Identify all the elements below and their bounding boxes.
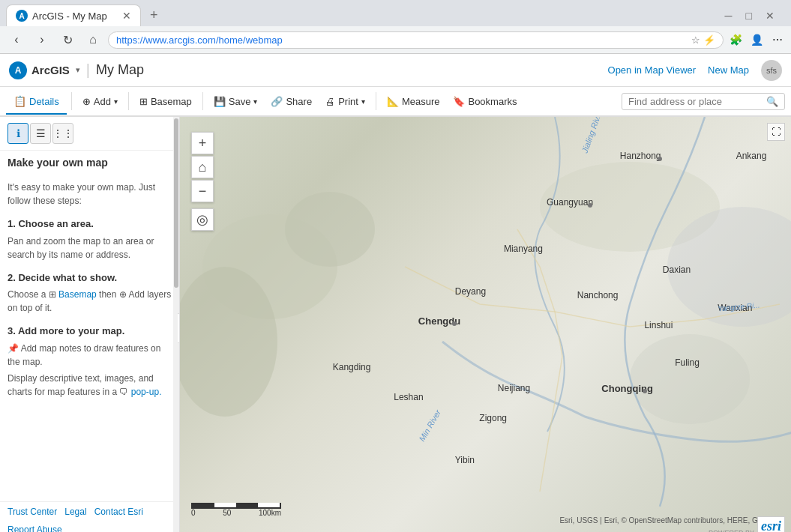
add-button[interactable]: ⊕ Add ▾ [76,91,124,112]
step-2-basemap-link[interactable]: Basemap [58,289,97,300]
more-icon[interactable]: ⋯ [770,32,785,47]
map-controls: + ⌂ − ◎ [191,132,214,231]
close-button[interactable]: ✕ [761,8,779,23]
browser-chrome: A ArcGIS - My Map ✕ + ─ □ ✕ ‹ › ↻ ⌂ ☆ ⚡ … [0,0,791,54]
zoom-out-button[interactable]: − [191,180,214,202]
scale-seg-3 [236,503,258,507]
esri-attribution: POWERED BY esri [709,516,785,532]
step-3-heading: 3. Add more to your map. [7,324,172,339]
extensions-icon[interactable]: 🧩 [728,32,743,47]
map-title: My Map [96,62,144,78]
locate-button[interactable]: ◎ [191,208,214,231]
home-extent-button[interactable]: ⌂ [191,156,214,178]
arcgis-dropdown-icon[interactable]: ▾ [76,65,80,75]
sidebar-content: It's easy to make your own map. Just fol… [0,172,179,501]
maximize-button[interactable]: □ [742,8,757,23]
browser-action-icons: 🧩 👤 ⋯ [728,32,785,47]
search-input[interactable] [628,96,763,107]
save-icon: 💾 [214,96,226,107]
step-2: 2. Decide what to show. Choose a ⊞ Basem… [7,270,172,315]
contact-esri-link[interactable]: Contact Esri [94,507,143,517]
zoom-in-button[interactable]: + [191,132,214,154]
esri-logo-text: esri [761,519,781,532]
step-3-extra: Display descriptive text, images, and ch… [7,372,172,399]
header-divider: | [86,61,90,79]
bookmarks-button[interactable]: 🔖 Bookmarks [447,91,523,112]
arcgis-brand-text: ArcGIS [31,64,70,76]
search-box[interactable]: 🔍 [622,93,785,110]
address-input[interactable] [116,34,687,46]
step-1-text: Pan and zoom the map to an area or searc… [7,235,172,262]
print-label: Print [338,96,358,107]
arcgis-logo[interactable]: A ArcGIS ▾ [9,61,80,79]
locate-icon: ◎ [196,211,208,228]
measure-button[interactable]: 📐 Measure [381,91,446,112]
bullets-icon: ⋮⋮ [52,127,73,139]
step-1-heading: 1. Choose an area. [7,217,172,232]
tab-close-button[interactable]: ✕ [122,10,131,22]
step-2-add-icon: ⊕ [119,289,129,300]
details-tab-label: Details [29,96,59,107]
scale-line [191,503,281,509]
details-icon: 📋 [13,95,26,107]
profile-icon[interactable]: 👤 [749,32,764,47]
active-tab[interactable]: A ArcGIS - My Map ✕ [6,4,141,26]
open-map-viewer-link[interactable]: Open in Map Viewer [608,64,697,76]
print-dropdown-icon: ▾ [361,97,365,106]
scale-labels: 0 50 100km [191,509,281,517]
minimize-button[interactable]: ─ [721,8,737,23]
basemap-button[interactable]: ⊞ Basemap [133,91,198,112]
print-button[interactable]: 🖨 Print ▾ [319,91,371,112]
list-icon: ☰ [36,127,46,139]
refresh-button[interactable]: ↻ [57,29,78,50]
scale-label-100: 100km [259,509,281,517]
forward-button[interactable]: › [31,29,52,50]
report-abuse-link[interactable]: Report Abuse [7,525,62,532]
esri-logo-badge: esri [757,516,785,532]
search-icon[interactable]: 🔍 [766,96,778,107]
scale-seg-4 [258,503,280,507]
trust-center-link[interactable]: Trust Center [7,507,57,517]
save-dropdown-icon: ▾ [253,97,257,106]
sidebar: ℹ ☰ ⋮⋮ Make your own map It's easy to ma… [0,117,180,532]
map-background [180,117,791,532]
dot-chengdu [452,321,457,326]
info-icon-button[interactable]: ℹ [7,123,28,144]
share-icon: 🔗 [271,96,283,107]
list-icon-button[interactable]: ☰ [30,123,51,144]
back-button[interactable]: ‹ [6,29,27,50]
save-button[interactable]: 💾 Save ▾ [208,91,264,112]
sidebar-footer: Trust Center Legal Contact Esri Report A… [0,501,179,532]
home-button[interactable]: ⌂ [82,29,103,50]
add-icon: ⊕ [82,96,91,107]
bullets-icon-button[interactable]: ⋮⋮ [52,123,73,144]
extension-icon[interactable]: ⚡ [703,34,715,46]
address-bar[interactable]: ☆ ⚡ [108,31,724,49]
scale-label-50: 50 [223,509,231,517]
sidebar-intro: It's easy to make your own map. Just fol… [7,181,172,208]
info-icon: ℹ [16,127,20,139]
expand-icon: ⛶ [772,127,781,137]
new-map-link[interactable]: New Map [708,64,749,76]
bookmark-star-icon[interactable]: ☆ [691,34,700,46]
step-3-popup-link[interactable]: pop-up. [131,387,162,397]
toolbar-separator-1 [71,92,72,110]
new-tab-button[interactable]: + [144,4,164,26]
sidebar-steps: 1. Choose an area. Pan and zoom the map … [7,217,172,399]
map-area[interactable]: + ⌂ − ◎ ⛶ Hanzhong Ankang Guangyuan Mian… [180,117,791,532]
step-2-mid: then [99,289,119,300]
details-tab[interactable]: 📋 Details [6,89,67,115]
expand-map-button[interactable]: ⛶ [767,123,785,141]
step-3-content: Add map notes to draw features on the ma… [7,343,160,367]
legal-link[interactable]: Legal [64,507,86,517]
tab-favicon: A [16,10,28,22]
scale-seg-1 [193,503,214,507]
scale-seg-2 [214,503,236,507]
powered-by-text: POWERED BY [709,529,754,532]
share-button[interactable]: 🔗 Share [265,91,318,112]
save-label: Save [229,96,251,107]
sidebar-scrollbar-thumb [174,118,178,288]
user-avatar[interactable]: sfs [761,60,782,81]
toolbar-separator-4 [376,92,376,110]
controls-gap [191,204,214,207]
